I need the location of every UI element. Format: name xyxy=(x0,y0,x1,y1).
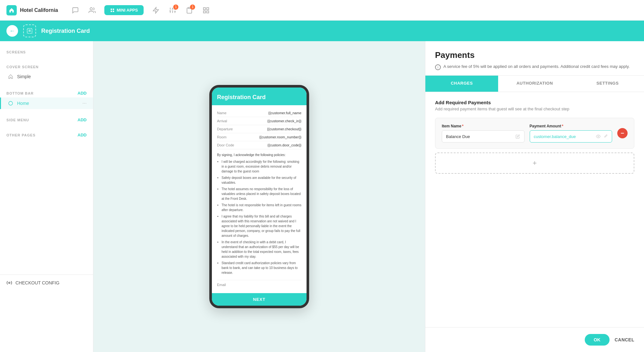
sidebar: SCREENS COVER SCREEN Simple BOTTOM BAR A… xyxy=(0,41,93,352)
service-fee-notice: i A service fee of 5% will be applied on… xyxy=(435,64,634,70)
nav-icons: MINI APPS 1 1 xyxy=(71,5,211,15)
item-name-icons xyxy=(515,134,520,139)
users-icon[interactable] xyxy=(88,6,97,15)
payments-title: Payments xyxy=(435,50,634,60)
clipboard-icon[interactable]: 1 xyxy=(185,6,194,15)
circle-icon-home xyxy=(7,100,14,107)
sidebar-item-simple[interactable]: Simple xyxy=(0,71,93,82)
phone-preview: Registration Card Name {{customer.full_n… xyxy=(209,85,309,308)
info-icon: i xyxy=(435,64,441,70)
svg-point-25 xyxy=(598,136,599,137)
payment-item-row: Item Name* Balance Due xyxy=(435,118,634,149)
top-nav: Hotel California MINI APPS 1 1 xyxy=(0,0,644,21)
svg-rect-18 xyxy=(204,11,205,13)
secondary-bar: ← Registration Card xyxy=(0,21,644,41)
preview-policies: By signing, I acknowledge the following … xyxy=(217,149,301,280)
simple-label: Simple xyxy=(17,74,87,79)
bottom-bar-group: BOTTOM BAR ADD Home ··· xyxy=(0,89,93,109)
payment-amount-input[interactable]: customer.balance_due xyxy=(530,130,612,143)
remove-payment-button[interactable] xyxy=(617,128,628,138)
item-name-input[interactable]: Balance Due xyxy=(442,130,525,143)
other-pages-group: OTHER PAGES ADD xyxy=(0,131,93,139)
preview-card-title: Registration Card xyxy=(212,88,307,105)
svg-rect-19 xyxy=(207,11,209,13)
main-layout: SCREENS COVER SCREEN Simple BOTTOM BAR A… xyxy=(0,41,644,352)
preview-next-button[interactable]: NEXT xyxy=(212,293,307,306)
side-menu-header: SIDE MENU ADD xyxy=(0,116,93,124)
section-title: Add Required Payments xyxy=(435,100,634,105)
add-payment-icon: + xyxy=(533,159,537,167)
payment-amount-field: Payment Amount* customer.balance_due xyxy=(530,124,612,143)
sidebar-bottom: CHECKOUT CONFIG xyxy=(0,274,93,291)
service-fee-text: A service fee of 5% will be applied on a… xyxy=(443,64,630,69)
logo-icon xyxy=(6,5,17,15)
right-panel-content: Add Required Payments Add required payme… xyxy=(425,92,644,327)
filter-badge: 1 xyxy=(173,5,178,10)
clipboard-badge: 1 xyxy=(190,5,195,10)
sidebar-item-home[interactable]: Home ··· xyxy=(0,97,93,109)
preview-body: Name {{customer.full_name Arrival {{cust… xyxy=(212,105,307,293)
cover-screen-header: COVER SCREEN xyxy=(0,63,93,71)
cover-screen-label: COVER SCREEN xyxy=(6,65,39,69)
svg-rect-3 xyxy=(111,11,112,12)
payment-amount-value: customer.balance_due xyxy=(534,134,596,139)
edit-icon-amount[interactable] xyxy=(603,134,608,139)
screens-group: SCREENS xyxy=(0,48,93,57)
checkout-config-label: CHECKOUT CONFIG xyxy=(15,280,60,285)
tab-charges[interactable]: CHARGES xyxy=(425,76,498,92)
lightning-icon[interactable] xyxy=(151,6,160,15)
add-payment-button[interactable]: + xyxy=(435,153,634,174)
svg-rect-4 xyxy=(113,11,114,12)
eye-icon[interactable] xyxy=(596,134,601,139)
svg-point-23 xyxy=(9,101,13,105)
app-logo: Hotel California xyxy=(6,5,58,15)
preview-field-room: Room {{customer.room_number}} xyxy=(217,133,301,141)
mini-apps-button[interactable]: MINI APPS xyxy=(104,5,144,15)
item-name-label: Item Name* xyxy=(442,124,525,128)
home-label: Home xyxy=(17,101,79,106)
tab-settings[interactable]: SETTINGS xyxy=(571,76,644,92)
cancel-button[interactable]: CANCEL xyxy=(615,337,634,342)
secondary-bar-title: Registration Card xyxy=(41,28,90,34)
bottom-bar-add-button[interactable]: ADD xyxy=(78,91,87,96)
ok-button[interactable]: OK xyxy=(585,334,610,346)
preview-field-name: Name {{customer.full_name xyxy=(217,109,301,117)
svg-point-0 xyxy=(90,7,92,10)
checkout-config-item[interactable]: CHECKOUT CONFIG xyxy=(6,280,87,286)
preview-field-departure: Departure {{customer.checkout}} xyxy=(217,125,301,133)
grid-icon[interactable] xyxy=(202,6,211,15)
edit-icon-item[interactable] xyxy=(515,134,520,139)
home-icon-simple xyxy=(7,73,14,80)
cover-screen-group: COVER SCREEN Simple xyxy=(0,63,93,82)
tab-authorization[interactable]: AUTHORIZATION xyxy=(498,76,571,92)
other-pages-add-button[interactable]: ADD xyxy=(78,133,87,137)
bottom-bar-header: BOTTOM BAR ADD xyxy=(0,89,93,97)
preview-email: Email xyxy=(217,280,301,289)
item-name-value: Balance Due xyxy=(446,134,515,139)
payment-amount-icons xyxy=(596,134,608,139)
svg-rect-16 xyxy=(204,7,205,9)
filter-icon[interactable]: 1 xyxy=(168,6,177,15)
preview-area: Registration Card Name {{customer.full_n… xyxy=(93,41,425,352)
back-button[interactable]: ← xyxy=(6,25,18,37)
svg-rect-1 xyxy=(111,8,112,10)
tab-bar: CHARGES AUTHORIZATION SETTINGS xyxy=(425,76,644,92)
home-more-icon[interactable]: ··· xyxy=(82,100,87,106)
chat-icon[interactable] xyxy=(71,6,80,15)
right-panel: Payments i A service fee of 5% will be a… xyxy=(425,41,644,352)
item-name-field: Item Name* Balance Due xyxy=(442,124,525,143)
svg-point-24 xyxy=(9,282,10,284)
svg-marker-5 xyxy=(153,7,159,13)
right-panel-header: Payments i A service fee of 5% will be a… xyxy=(425,41,644,76)
preview-field-door: Door Code {{custom.door_code}} xyxy=(217,141,301,149)
other-pages-header: OTHER PAGES ADD xyxy=(0,131,93,139)
side-menu-label: SIDE MENU xyxy=(6,118,29,122)
side-menu-group: SIDE MENU ADD xyxy=(0,116,93,124)
preview-field-arrival: Arrival {{customer.check_in}} xyxy=(217,117,301,125)
svg-rect-2 xyxy=(113,8,114,10)
side-menu-add-button[interactable]: ADD xyxy=(78,117,87,122)
app-name: Hotel California xyxy=(20,7,58,13)
payment-field-group: Item Name* Balance Due xyxy=(442,124,612,143)
payment-amount-label: Payment Amount* xyxy=(530,124,612,128)
right-panel-footer: OK CANCEL xyxy=(425,327,644,352)
